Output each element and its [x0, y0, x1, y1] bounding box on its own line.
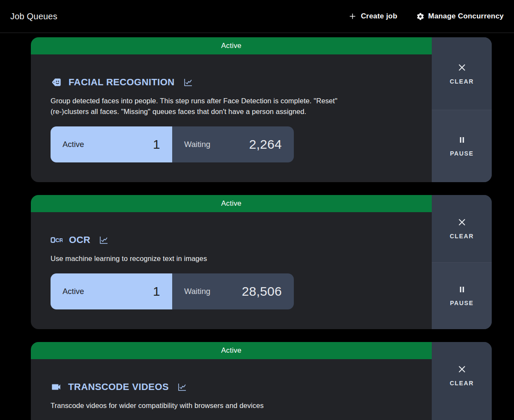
pause-icon	[457, 285, 466, 294]
action-label: CLEAR	[450, 380, 474, 387]
status-banner: Active	[31, 342, 432, 359]
chart-line-icon	[99, 235, 109, 245]
chart-line-icon	[177, 382, 187, 392]
status-banner-label: Active	[221, 346, 242, 355]
job-actions-panel: CLEARPAUSE	[432, 195, 492, 329]
count-active: Active1	[51, 273, 172, 309]
pause-button[interactable]: PAUSE	[432, 262, 492, 330]
count-active: Active1	[51, 126, 172, 162]
job-counts: Active1Waiting2,264	[51, 126, 421, 162]
ocr-icon: CR	[51, 235, 63, 245]
job-title: TRANSCODE VIDEOS	[68, 381, 169, 393]
close-icon	[457, 63, 467, 72]
gear-icon	[416, 12, 424, 21]
count-waiting: Waiting28,506	[172, 273, 294, 309]
manage-concurrency-button[interactable]: Manage Concurrency	[416, 12, 504, 21]
job-actions-panel: CLEARPAUSE	[432, 37, 492, 182]
page-header: Job Queues Create jobManage Concurrency	[0, 0, 514, 33]
job-title-row: TRANSCODE VIDEOS	[51, 381, 421, 393]
status-banner: Active	[31, 37, 432, 54]
action-label: PAUSE	[450, 300, 473, 306]
count-label: Waiting	[184, 140, 210, 149]
job-card-main: Active FACIAL RECOGNITION Group detected…	[31, 37, 432, 182]
job-description: Use machine learning to recognize text i…	[51, 253, 374, 264]
status-banner: Active	[31, 195, 432, 212]
clear-button[interactable]: CLEAR	[432, 342, 492, 409]
clear-button[interactable]: CLEAR	[432, 37, 492, 110]
action-label: CLEAR	[450, 233, 474, 240]
count-value: 28,506	[242, 284, 282, 299]
job-card-body: CR OCR Use machine learning to recognize…	[31, 212, 432, 329]
job-card-body: TRANSCODE VIDEOS Transcode videos for wi…	[31, 359, 432, 420]
create-job-button[interactable]: Create job	[348, 12, 397, 21]
job-card-main: Active CR OCR Use machine learning to re…	[31, 195, 432, 329]
job-queue-card: Active FACIAL RECOGNITION Group detected…	[31, 37, 492, 182]
job-description: Group detected faces into people. This s…	[51, 96, 374, 117]
action-label: PAUSE	[450, 150, 473, 157]
job-card-main: Active TRANSCODE VIDEOS Transcode videos…	[31, 342, 432, 420]
header-button-label: Manage Concurrency	[428, 12, 504, 21]
job-description: Transcode videos for wider compatibility…	[51, 400, 374, 411]
status-banner-label: Active	[221, 199, 242, 208]
count-label: Waiting	[184, 287, 210, 296]
job-title: FACIAL RECOGNITION	[69, 77, 175, 88]
job-card-body: FACIAL RECOGNITION Group detected faces …	[31, 54, 432, 182]
svg-text:CR: CR	[55, 237, 63, 243]
job-actions-panel: CLEAR	[432, 342, 492, 420]
job-title-row: CR OCR	[51, 234, 421, 246]
action-label: CLEAR	[450, 78, 474, 85]
tag-faces-icon	[51, 77, 62, 88]
count-label: Active	[63, 287, 84, 296]
count-waiting: Waiting2,264	[172, 126, 294, 162]
video-camera-icon	[51, 381, 62, 393]
count-label: Active	[63, 140, 84, 149]
job-counts: Active1Waiting28,506	[51, 273, 421, 309]
count-value: 1	[153, 137, 160, 152]
chart-line-icon	[183, 77, 193, 87]
status-banner-label: Active	[221, 42, 242, 50]
header-button-label: Create job	[361, 12, 397, 21]
count-value: 1	[153, 284, 160, 299]
close-icon	[457, 217, 467, 227]
job-title: OCR	[69, 234, 90, 246]
job-queue-card: Active TRANSCODE VIDEOS Transcode videos…	[31, 342, 492, 420]
count-value: 2,264	[249, 137, 282, 152]
header-actions: Create jobManage Concurrency	[348, 12, 504, 21]
pause-icon	[457, 135, 466, 144]
clear-button[interactable]: CLEAR	[432, 195, 492, 262]
close-icon	[457, 364, 467, 374]
job-queue-list: Active FACIAL RECOGNITION Group detected…	[0, 33, 514, 420]
job-queue-card: Active CR OCR Use machine learning to re…	[31, 195, 492, 329]
pause-button[interactable]: PAUSE	[432, 110, 492, 182]
job-title-row: FACIAL RECOGNITION	[51, 77, 421, 88]
plus-icon	[348, 12, 357, 21]
page-title: Job Queues	[10, 12, 57, 21]
